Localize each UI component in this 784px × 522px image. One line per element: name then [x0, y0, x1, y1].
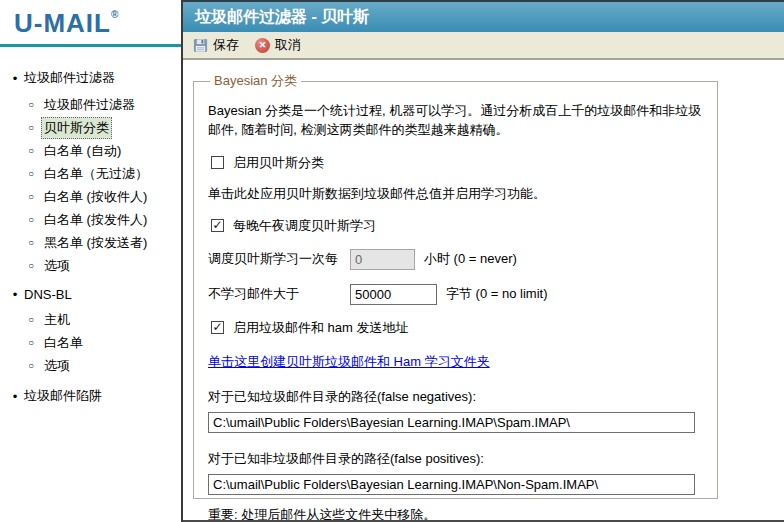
max-size-label: 不学习邮件大于 — [208, 285, 350, 303]
cancel-button[interactable]: ✕ 取消 — [255, 36, 301, 54]
sidebar: U-MAIL® • 垃圾邮件过滤器 ○垃圾邮件过滤器 ○贝叶斯分类 ○白名单 (… — [0, 0, 183, 522]
max-size-row: 不学习邮件大于 字节 (0 = no limit) — [208, 284, 703, 305]
submenu-spam-filter: ○垃圾邮件过滤器 ○贝叶斯分类 ○白名单 (自动) ○白名单（无过滤） ○白名单… — [8, 93, 181, 277]
submission-address-row: ✓ 启用垃圾邮件和 ham 发送地址 — [211, 319, 703, 337]
sidebar-item-whitelist-recipient[interactable]: ○白名单 (按收件人) — [28, 185, 181, 208]
circle-bullet-icon: ○ — [28, 337, 41, 348]
sidebar-group-label: 垃圾邮件陷阱 — [24, 387, 102, 405]
circle-bullet-icon: ○ — [28, 145, 41, 156]
bullet-icon: • — [8, 389, 22, 404]
important-note: 重要: 处理后邮件从这些文件夹中移除。 — [208, 506, 703, 520]
sidebar-item-whitelist-nofilter[interactable]: ○白名单（无过滤） — [28, 162, 181, 185]
cancel-label: 取消 — [275, 36, 301, 54]
bayesian-description: Bayesian 分类是一个统计过程, 机器可以学习。通过分析成百上千的垃圾邮件… — [208, 102, 703, 140]
ham-path-label: 对于已知非垃圾邮件目录的路径(false positives): — [208, 450, 703, 468]
schedule-midnight-label: 每晚午夜调度贝叶斯学习 — [233, 217, 376, 235]
circle-bullet-icon: ○ — [28, 214, 41, 225]
save-button[interactable]: 保存 — [193, 36, 239, 54]
schedule-midnight-row: ✓ 每晚午夜调度贝叶斯学习 — [211, 217, 703, 235]
sidebar-item-options[interactable]: ○选项 — [28, 254, 181, 277]
ham-path-input[interactable] — [208, 474, 695, 495]
circle-bullet-icon: ○ — [28, 314, 41, 325]
sidebar-group-head[interactable]: • 垃圾邮件陷阱 — [8, 387, 181, 405]
bullet-icon: • — [8, 287, 22, 302]
main-column: 垃圾邮件过滤器 - 贝叶斯 保存 ✕ 取消 — [183, 0, 784, 522]
sidebar-group-label: DNS-BL — [24, 287, 72, 302]
circle-bullet-icon: ○ — [28, 168, 41, 179]
cancel-icon: ✕ — [255, 38, 270, 53]
toolbar: 保存 ✕ 取消 — [183, 32, 784, 60]
circle-bullet-icon: ○ — [28, 360, 41, 371]
learning-interval-row: 调度贝叶斯学习一次每 小时 (0 = never) — [208, 249, 703, 270]
circle-bullet-icon: ○ — [28, 260, 41, 271]
submenu-dnsbl: ○主机 ○白名单 ○选项 — [8, 308, 181, 377]
apply-note: 单击此处应用贝叶斯数据到垃圾邮件总值并启用学习功能。 — [208, 185, 703, 203]
enable-bayesian-label: 启用贝叶斯分类 — [233, 154, 324, 172]
registered-mark: ® — [111, 9, 118, 20]
learning-interval-label: 调度贝叶斯学习一次每 — [208, 250, 350, 268]
circle-bullet-icon: ○ — [28, 122, 41, 133]
umail-logo: U-MAIL® — [14, 10, 181, 36]
enable-bayesian-checkbox[interactable]: ✓ — [211, 156, 224, 169]
sidebar-menu: • 垃圾邮件过滤器 ○垃圾邮件过滤器 ○贝叶斯分类 ○白名单 (自动) ○白名单… — [0, 47, 181, 405]
enable-bayesian-row: ✓ 启用贝叶斯分类 — [211, 154, 703, 172]
sidebar-group-head[interactable]: • DNS-BL — [8, 287, 181, 302]
checkmark-icon: ✓ — [212, 219, 222, 231]
circle-bullet-icon: ○ — [28, 99, 41, 110]
bayesian-panel: Bayesian 分类 Bayesian 分类是一个统计过程, 机器可以学习。通… — [193, 72, 718, 499]
sidebar-group-dnsbl: • DNS-BL ○主机 ○白名单 ○选项 — [8, 287, 181, 377]
learning-interval-suffix: 小时 (0 = never) — [424, 250, 517, 268]
sidebar-item-spam-filter[interactable]: ○垃圾邮件过滤器 — [28, 93, 181, 116]
max-size-suffix: 字节 (0 = no limit) — [446, 285, 548, 303]
app-window: U-MAIL® • 垃圾邮件过滤器 ○垃圾邮件过滤器 ○贝叶斯分类 ○白名单 (… — [0, 0, 784, 522]
page-title: 垃圾邮件过滤器 - 贝叶斯 — [183, 0, 784, 32]
spam-path-label: 对于已知垃圾邮件目录的路径(false negatives): — [208, 388, 703, 406]
learning-interval-input[interactable] — [350, 249, 415, 270]
logo-text: U-MAIL — [14, 8, 111, 38]
sidebar-item-hosts[interactable]: ○主机 — [28, 308, 181, 331]
spam-path-input[interactable] — [208, 412, 695, 433]
sidebar-item-whitelist-auto[interactable]: ○白名单 (自动) — [28, 139, 181, 162]
save-label: 保存 — [213, 36, 239, 54]
max-size-input[interactable] — [350, 284, 437, 305]
sidebar-item-whitelist-sender[interactable]: ○白名单 (按发件人) — [28, 208, 181, 231]
logo-area: U-MAIL® — [0, 0, 181, 47]
sidebar-item-blacklist-sender[interactable]: ○黑名单 (按发送者) — [28, 231, 181, 254]
checkmark-icon: ✓ — [212, 321, 222, 333]
sidebar-group-spam-filter: • 垃圾邮件过滤器 ○垃圾邮件过滤器 ○贝叶斯分类 ○白名单 (自动) ○白名单… — [8, 69, 181, 277]
schedule-midnight-checkbox[interactable]: ✓ — [211, 219, 224, 232]
sidebar-item-dnsbl-whitelist[interactable]: ○白名单 — [28, 331, 181, 354]
bullet-icon: • — [8, 71, 22, 86]
sidebar-group-label: 垃圾邮件过滤器 — [24, 69, 115, 87]
circle-bullet-icon: ○ — [28, 237, 41, 248]
create-folders-link[interactable]: 单击这里创建贝叶斯垃圾邮件和 Ham 学习文件夹 — [208, 353, 490, 371]
panel-legend: Bayesian 分类 — [210, 72, 301, 90]
save-icon — [193, 38, 208, 53]
content-area: Bayesian 分类 Bayesian 分类是一个统计过程, 机器可以学习。通… — [183, 60, 784, 520]
sidebar-group-spamtrap: • 垃圾邮件陷阱 — [8, 387, 181, 405]
circle-bullet-icon: ○ — [28, 191, 41, 202]
sidebar-item-bayesian[interactable]: ○贝叶斯分类 — [28, 116, 181, 139]
submission-address-label: 启用垃圾邮件和 ham 发送地址 — [233, 319, 409, 337]
submission-address-checkbox[interactable]: ✓ — [211, 321, 224, 334]
sidebar-group-head[interactable]: • 垃圾邮件过滤器 — [8, 69, 181, 87]
sidebar-item-dnsbl-options[interactable]: ○选项 — [28, 354, 181, 377]
